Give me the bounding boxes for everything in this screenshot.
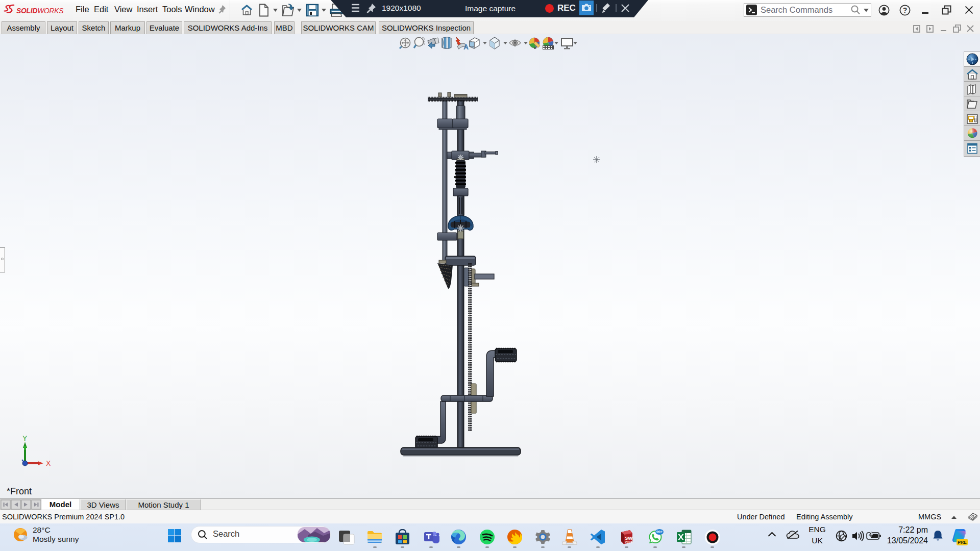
svg-text:99+: 99+	[656, 530, 663, 534]
svg-text:2024: 2024	[625, 540, 633, 544]
svg-text:SOLIDWORKS: SOLIDWORKS	[16, 7, 64, 15]
svg-text:X: X	[46, 459, 51, 466]
svg-text:A: A	[463, 43, 469, 51]
svg-text:Y: Y	[22, 434, 28, 442]
svg-text:PRE: PRE	[958, 540, 967, 545]
svg-text:?: ?	[903, 6, 908, 14]
